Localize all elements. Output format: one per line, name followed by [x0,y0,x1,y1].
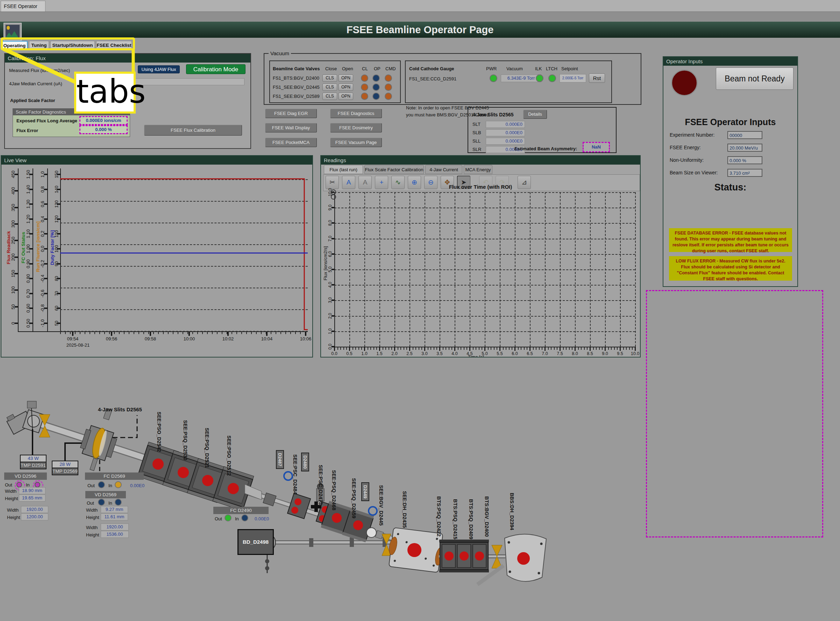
fc-d2569-in-led[interactable] [115,481,122,488]
vd-d2596-height2-value: 1200.00 [21,513,48,520]
vd-d2596-height-label: Height [5,496,18,501]
fc-d2569-out-led[interactable] [98,481,105,488]
gauge-pwr-led [489,74,497,82]
x-tick-label: 3.0 [414,351,435,356]
readings-xlabel: Time [s] [468,354,484,357]
operator-field-input[interactable]: 20.000 MeV/u [728,144,763,151]
readings-tab-0[interactable]: Flux (last run) [324,165,363,174]
operator-field-input[interactable]: 0.000 % [728,156,763,164]
quick-link-fsee-pocketmca[interactable]: FSEE PocketMCA [265,138,317,147]
gate-valve-cmd-led [385,92,392,100]
gate-valve-name: FS1_SEE:BGV_D2445 [273,85,320,90]
operator-field-input[interactable]: 3.710 cm² [728,169,763,177]
vd-d2596-width2-value: 1920.00 [21,506,48,513]
x-tick-label: 9.0 [594,351,615,356]
x-tick-label: 6.0 [504,351,525,356]
fc-d2490-value: 0.00E0 [255,516,269,521]
quick-link-fsee-diag-egr[interactable]: FSEE Diag EGR [265,109,317,118]
bd-d2498-box: BD_D2498 [237,529,274,555]
fc-d2490-out-led[interactable] [225,514,231,521]
device-label-bts-psq-d2409: BTS:PSQ_D2409 [468,499,474,539]
x-tick-label: 9.5 [609,351,630,356]
x-tick-label: 2.0 [384,351,405,356]
gate-valve-cl-led [361,92,368,100]
readings-tab-3[interactable]: MCA Energy [464,165,492,174]
gate-valve-name: FS1_BTS:BGV_D2400 [273,76,319,81]
vacuum-group-label: Vacuum [269,50,291,56]
gauge-setpoint-field[interactable]: 2.000E-5 Torr [559,74,586,82]
gauge-name: FS1_SEE:CCG_D2591 [409,76,456,82]
vd-d2569-out-label: Out [87,500,94,506]
quick-link-fsee-vacuum-page[interactable]: FSEE Vacuum Page [330,138,382,147]
gate-valve-cmd-led [385,74,392,82]
fc-d2490-in-label: In [235,516,239,521]
beam-not-ready-button[interactable]: Beam not Ready [716,67,793,90]
col-open: Open [342,66,353,71]
operator-inputs-panel: Operator Inputs Beam not Ready FSEE Oper… [663,56,798,287]
device-label-see-pso-d2542: SEE:PSO_D2542 [156,412,162,452]
vd-d2596-height2-label: Height [7,515,20,520]
four-jaw-details-button[interactable]: Details [523,110,547,119]
gauge-reset-button[interactable]: Rst [589,73,605,83]
slit-row-label: SLT [472,122,480,127]
operator-field-label: Beam Size on Viewer: [670,170,718,176]
y-tick-label: 7.0 [328,231,333,246]
calibration-mode-button[interactable]: Calibration Mode [186,64,246,74]
x-tick-label: 1.5 [369,351,390,356]
operator-field-input[interactable]: 00000 [728,131,763,139]
gauge-title: Cold Cathode Gauge [409,66,454,71]
gate-valve-opn-button[interactable]: OPN [339,74,353,82]
vd-d2569-height-label: Height [86,515,99,520]
x-tick-label: 7.5 [549,351,570,356]
device-label-bts-psq-d2415: BTS:PSQ_D2415 [453,499,458,539]
gate-valve-cls-button[interactable]: CLS [322,92,337,100]
x-tick-label: 3.5 [429,351,450,356]
gate-valve-cls-button[interactable]: CLS [322,74,337,82]
device-label-see-psq-d2468: SEE:PSQ_D2468 [331,470,337,510]
gate-valve-opn-button[interactable]: OPN [339,83,353,91]
readings-plot-title: Flux over Time (with ROI) [321,184,640,190]
device-label-see-psq-d2530: SEE:PSQ_D2530 [182,420,188,460]
gate-valve-cl-led [361,83,368,91]
device-label-bbs-dh-d2394: BBS:DH_D2394 [509,493,515,530]
quick-link-fsee-diagnostics[interactable]: FSEE Diagnostics [330,109,382,118]
y-tick-label: 1.0 [328,324,333,339]
device-label-d2480: D2480 [301,453,309,471]
tmp-d2591-box: 43 W TMP D2591 [20,454,47,470]
device-label-see-pso-d2512: SEE:PSO_D2512 [226,435,232,476]
vd-d2569-height2-value: 1536.00 [101,531,129,538]
col-close: Close [325,66,337,71]
gate-valve-op-led [372,83,380,91]
vd-d2569-in-led[interactable] [115,499,122,506]
tmp-d2569-box: 28 W TMP D2569 [52,460,78,475]
slit-row-label: SLR [472,147,481,152]
readings-ylabel: Flux [ions/cm2/s] [323,246,328,281]
fc-d2569-out-label: Out [87,483,95,488]
vd-d2569-out-led[interactable] [98,499,105,506]
operator-field-label: Experiment Number: [670,132,714,138]
live-view-plot[interactable]: Flux Readback450400350300250200150100500… [2,165,312,357]
roi-handle-bottom[interactable] [331,194,336,200]
fc-d2569-header: FC D2569 [85,473,144,480]
live-view-header: Live View [2,156,312,165]
readings-tab-2[interactable]: 4-Jaw Current [425,165,462,174]
gate-valve-cls-button[interactable]: CLS [322,83,337,91]
four-jaw-box: 4-Jaw Slits D2565 Details SLT 0.000E0SLB… [468,107,617,153]
low-flux-error-message: LOW FLUX ERROR - Measured CW flux is und… [669,256,792,281]
gate-valve-opn-button[interactable]: OPN [339,92,353,100]
x-tick-label: 5.5 [489,351,510,356]
tmp-d2591-name: TMP D2591 [21,462,46,469]
vd-d2569-height-value: 11.61 mm [101,513,128,520]
vd-d2596-width2-label: Width [7,507,18,513]
roi-handle-top[interactable] [331,189,336,195]
vd-d2569-width2-value: 1920.00 [101,524,129,530]
fc-d2490-in-led[interactable] [241,514,248,521]
fc-d2490-out-label: Out [215,516,222,521]
x-tick-label: 0.5 [339,351,360,356]
quick-link-fsee-dosimetry[interactable]: FSEE Dosimetry [330,123,382,132]
readings-tab-1[interactable]: Flux Scale Factor Calibration [365,165,424,174]
annotation-label-box: tabs [74,72,136,114]
quick-link-fsee-wall-display[interactable]: FSEE Wall Display [265,123,317,132]
operator-inputs-title: FSEE Operator Inputs [664,117,797,127]
gate-valve-cmd-led [385,83,392,91]
